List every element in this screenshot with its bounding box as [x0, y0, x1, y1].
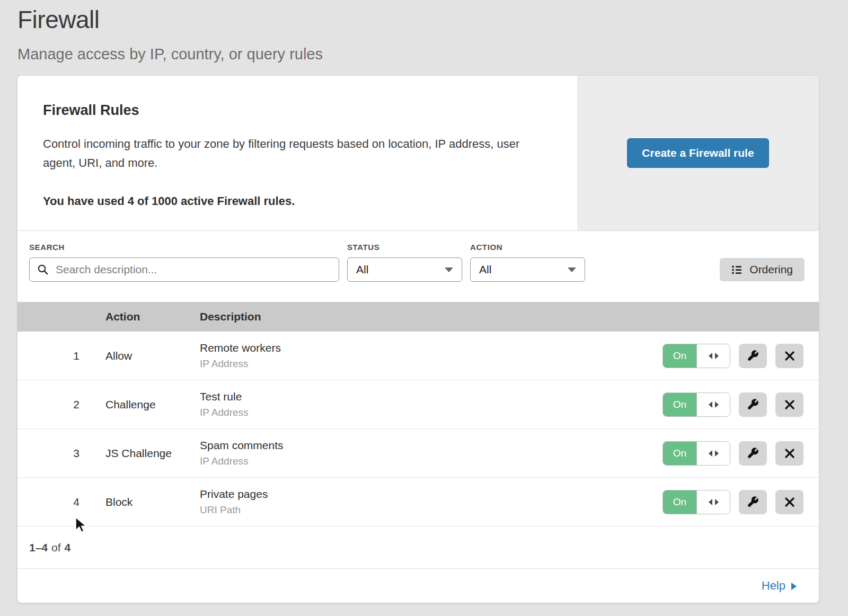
arrow-right-icon: [715, 450, 719, 457]
rule-controls: On: [644, 490, 819, 514]
rule-enabled-toggle[interactable]: On: [662, 490, 730, 514]
help-link[interactable]: Help: [762, 579, 797, 593]
delete-rule-button[interactable]: [775, 344, 803, 368]
toggle-on-label: On: [663, 490, 696, 514]
delete-rule-button[interactable]: [775, 441, 803, 466]
ordering-button-label: Ordering: [749, 263, 793, 276]
rule-description-cell: Private pages URI Path: [182, 488, 644, 516]
ordering-list-icon: [731, 264, 743, 275]
action-select[interactable]: All: [470, 257, 585, 282]
rule-match-field: IP Address: [200, 456, 644, 467]
rule-priority-number: 1: [17, 350, 88, 362]
rules-intro-section: Firewall Rules Control incoming traffic …: [17, 76, 819, 231]
help-row: Help: [17, 569, 819, 603]
delete-rule-button[interactable]: [775, 490, 803, 514]
arrow-right-icon: [791, 583, 797, 590]
rule-enabled-toggle[interactable]: On: [662, 392, 730, 417]
arrow-right-icon: [715, 499, 719, 505]
table-row: 3 JS Challenge Spam comments IP Address …: [17, 429, 819, 478]
status-filter-group: STATUS All: [347, 243, 462, 282]
rule-controls: On: [644, 344, 819, 368]
rule-action: Challenge: [88, 398, 182, 411]
search-icon: [37, 264, 49, 275]
arrow-left-icon: [709, 450, 712, 457]
rule-description-cell: Remote workers IP Address: [182, 342, 644, 370]
rule-description: Remote workers: [200, 342, 644, 354]
toggle-on-label: On: [663, 344, 696, 368]
ordering-button[interactable]: Ordering: [720, 258, 805, 281]
rule-description-cell: Test rule IP Address: [182, 390, 644, 418]
status-label: STATUS: [347, 243, 462, 252]
table-header: Action Description: [17, 302, 819, 332]
toggle-handle: [696, 344, 730, 368]
arrow-left-icon: [709, 401, 712, 408]
status-selected-value: All: [356, 263, 368, 276]
edit-rule-button[interactable]: [739, 392, 767, 417]
rule-priority-number: 2: [17, 398, 88, 411]
status-select[interactable]: All: [347, 257, 462, 282]
edit-rule-button[interactable]: [739, 441, 767, 466]
chevron-down-icon: [568, 267, 576, 272]
search-input[interactable]: [55, 263, 331, 276]
arrow-left-icon: [709, 353, 712, 359]
edit-rule-button[interactable]: [739, 490, 767, 514]
delete-rule-button[interactable]: [775, 392, 803, 417]
table-row: 1 Allow Remote workers IP Address On: [17, 332, 819, 380]
wrench-icon: [747, 496, 759, 508]
arrow-right-icon: [715, 353, 719, 359]
table-row: 4 Block Private pages URI Path On: [17, 478, 819, 526]
filter-bar: SEARCH STATUS All ACTION All: [17, 231, 819, 302]
pagination-of: of: [51, 541, 61, 554]
arrow-right-icon: [715, 401, 719, 408]
pagination-row: 1–4 of 4: [17, 526, 819, 569]
rule-controls: On: [644, 392, 819, 417]
action-selected-value: All: [479, 263, 491, 276]
rule-action: Block: [88, 496, 182, 508]
create-firewall-rule-button[interactable]: Create a Firewall rule: [627, 138, 768, 168]
wrench-icon: [747, 398, 759, 410]
rule-description: Private pages: [200, 488, 644, 501]
page-subtitle: Manage access by IP, country, or query r…: [17, 46, 848, 63]
toggle-on-label: On: [663, 442, 696, 465]
chevron-down-icon: [445, 267, 453, 272]
create-rule-panel: Create a Firewall rule: [577, 76, 819, 230]
rules-description: Control incoming traffic to your zone by…: [43, 135, 544, 172]
close-icon: [784, 351, 795, 361]
toggle-handle: [696, 393, 730, 416]
rule-enabled-toggle[interactable]: On: [662, 441, 730, 466]
close-icon: [784, 448, 795, 459]
table-row: 2 Challenge Test rule IP Address On: [17, 380, 819, 429]
toggle-on-label: On: [663, 393, 696, 416]
rule-match-field: IP Address: [200, 358, 644, 370]
edit-rule-button[interactable]: [739, 344, 767, 368]
mouse-cursor: [74, 517, 88, 537]
wrench-icon: [747, 350, 759, 362]
rules-heading: Firewall Rules: [43, 102, 552, 119]
rule-priority-number: 3: [17, 447, 88, 460]
pagination-range: 1–4: [29, 541, 48, 554]
search-filter-group: SEARCH: [29, 243, 339, 282]
arrow-left-icon: [709, 499, 712, 505]
close-icon: [784, 399, 795, 410]
help-link-label: Help: [762, 579, 785, 593]
rules-intro-text: Firewall Rules Control incoming traffic …: [17, 76, 577, 230]
rule-enabled-toggle[interactable]: On: [662, 344, 730, 368]
action-label: ACTION: [470, 243, 585, 252]
description-column-header: Description: [182, 310, 644, 323]
toggle-handle: [696, 490, 730, 514]
firewall-rules-card: Firewall Rules Control incoming traffic …: [17, 76, 819, 603]
action-filter-group: ACTION All: [470, 243, 585, 282]
close-icon: [784, 497, 795, 507]
pagination-total: 4: [65, 541, 71, 554]
rule-controls: On: [644, 441, 819, 466]
wrench-icon: [747, 447, 759, 459]
rule-description: Spam comments: [200, 439, 644, 452]
page-header: Firewall Manage access by IP, country, o…: [0, 0, 848, 63]
rule-match-field: URI Path: [200, 504, 644, 516]
action-column-header: Action: [88, 310, 182, 323]
toggle-handle: [696, 442, 730, 465]
page-title: Firewall: [17, 5, 848, 34]
rule-priority-number: 4: [17, 496, 88, 508]
rule-action: JS Challenge: [88, 447, 182, 460]
search-label: SEARCH: [29, 243, 339, 252]
